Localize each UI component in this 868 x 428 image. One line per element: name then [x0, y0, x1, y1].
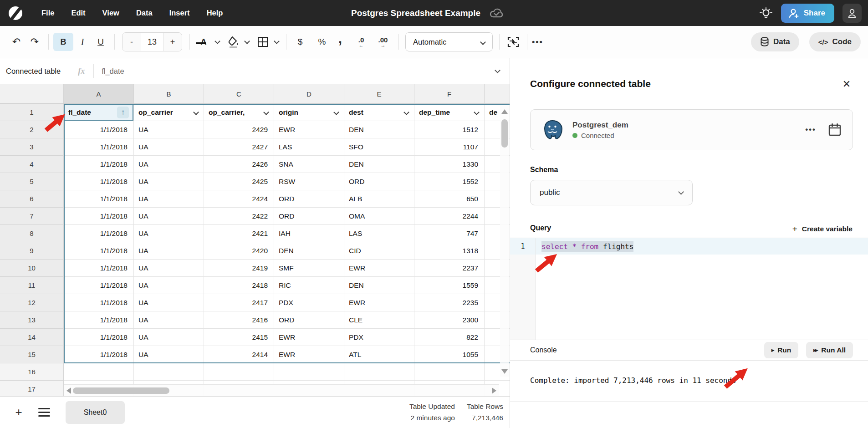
cell-f1-dep-time[interactable]: dep_time	[414, 104, 485, 121]
cell-dep-time[interactable]: 1107	[414, 138, 485, 156]
connection-more-button[interactable]: •••	[805, 125, 816, 134]
cell-op-carrier-fl-num[interactable]: 2424	[204, 190, 274, 208]
add-sheet-button[interactable]: +	[11, 405, 26, 419]
data-panel-button[interactable]: Data	[751, 32, 799, 51]
cell-c1-op-carrier-fl-num[interactable]: op_carrier,	[204, 104, 274, 121]
row-number[interactable]: 6	[0, 190, 64, 208]
schema-select[interactable]: public	[530, 180, 693, 205]
empty-cell[interactable]	[134, 363, 204, 381]
cell-op-carrier[interactable]: UA	[134, 138, 204, 156]
cell-fl-date[interactable]: 1/1/2018	[64, 156, 134, 173]
cell-op-carrier-fl-num[interactable]: 2420	[204, 242, 274, 260]
column-menu-chevron[interactable]	[403, 109, 409, 115]
cell-op-carrier-fl-num[interactable]: 2422	[204, 208, 274, 225]
cell-dep-time[interactable]: 1318	[414, 242, 485, 260]
column-menu-chevron[interactable]	[474, 109, 480, 115]
column-menu-chevron[interactable]	[263, 109, 269, 115]
cell-dep-time[interactable]: 1512	[414, 121, 485, 138]
row-number[interactable]: 8	[0, 225, 64, 242]
menu-item[interactable]: Insert	[169, 9, 190, 17]
app-logo-icon[interactable]	[9, 6, 22, 20]
cell-op-carrier-fl-num[interactable]: 2427	[204, 138, 274, 156]
cell-dep-time[interactable]: 2300	[414, 311, 485, 329]
cell-op-carrier-fl-num[interactable]: 2417	[204, 294, 274, 311]
empty-cell[interactable]	[344, 363, 414, 381]
empty-cell[interactable]	[414, 363, 485, 381]
run-all-button[interactable]: ▸▸ Run All	[806, 342, 853, 358]
cell-op-carrier[interactable]: UA	[134, 346, 204, 363]
row-number[interactable]: 14	[0, 329, 64, 346]
cell-origin[interactable]: SMF	[274, 260, 344, 277]
cell-dep-time[interactable]: 2244	[414, 208, 485, 225]
cell-fl-date[interactable]: 1/1/2018	[64, 225, 134, 242]
cell-b1-op-carrier[interactable]: op_carrier	[134, 104, 204, 121]
more-tools-button[interactable]: •••	[532, 37, 543, 47]
column-header[interactable]: D	[274, 84, 344, 103]
cell-origin[interactable]: ORD	[274, 190, 344, 208]
cell-dest[interactable]: ALB	[344, 190, 414, 208]
schedule-calendar-button[interactable]	[828, 123, 842, 137]
underline-button[interactable]: U	[92, 33, 110, 51]
row-number[interactable]: 12	[0, 294, 64, 311]
cell-dest[interactable]: EWR	[344, 260, 414, 277]
cell-dest[interactable]: CID	[344, 242, 414, 260]
share-button[interactable]: Share	[781, 4, 834, 23]
cell-dep-time[interactable]: 1559	[414, 277, 485, 294]
cell-fl-date[interactable]: 1/1/2018	[64, 277, 134, 294]
cell-op-carrier[interactable]: UA	[134, 329, 204, 346]
cell-op-carrier[interactable]: UA	[134, 208, 204, 225]
cell-e1-dest[interactable]: dest	[344, 104, 414, 121]
cell-fl-date[interactable]: 1/1/2018	[64, 208, 134, 225]
cell-fl-date[interactable]: 1/1/2018	[64, 190, 134, 208]
fill-color-chevron-icon[interactable]	[244, 38, 250, 44]
cell-dest[interactable]: DEN	[344, 156, 414, 173]
cell-origin[interactable]: EWR	[274, 329, 344, 346]
cell-dep-time[interactable]: 747	[414, 225, 485, 242]
cell-dest[interactable]: LAS	[344, 225, 414, 242]
menu-item[interactable]: View	[102, 9, 119, 17]
cell-dest[interactable]: OMA	[344, 208, 414, 225]
row-number[interactable]: 7	[0, 208, 64, 225]
cell-op-carrier[interactable]: UA	[134, 260, 204, 277]
cell-origin[interactable]: RSW	[274, 173, 344, 190]
cell-op-carrier[interactable]: UA	[134, 277, 204, 294]
cell-op-carrier[interactable]: UA	[134, 294, 204, 311]
cell-op-carrier-fl-num[interactable]: 2416	[204, 311, 274, 329]
cell-origin[interactable]: PDX	[274, 294, 344, 311]
cell-op-carrier-fl-num[interactable]: 2429	[204, 121, 274, 138]
column-menu-chevron[interactable]	[333, 109, 339, 115]
cell-dest[interactable]: SFO	[344, 138, 414, 156]
text-color-chevron-icon[interactable]	[214, 38, 220, 44]
cell-op-carrier-fl-num[interactable]: 2421	[204, 225, 274, 242]
cell-origin[interactable]: SNA	[274, 156, 344, 173]
currency-format-button[interactable]: $	[291, 33, 309, 51]
row-number[interactable]: 11	[0, 277, 64, 294]
cell-fl-date[interactable]: 1/1/2018	[64, 346, 134, 363]
number-format-select[interactable]: Automatic	[405, 32, 493, 51]
text-color-button[interactable]: A	[194, 33, 213, 51]
increase-decimals-button[interactable]: .00→	[374, 33, 392, 51]
create-variable-button[interactable]: + Create variable	[792, 224, 853, 234]
cell-origin[interactable]: EWR	[274, 121, 344, 138]
borders-button[interactable]	[254, 33, 272, 51]
cell-op-carrier-fl-num[interactable]: 2418	[204, 277, 274, 294]
italic-button[interactable]: I	[73, 33, 92, 51]
sql-query-line[interactable]: select * from flights	[536, 238, 868, 255]
menu-item[interactable]: Edit	[71, 9, 85, 17]
cell-op-carrier[interactable]: UA	[134, 173, 204, 190]
scroll-right-arrow[interactable]	[492, 387, 496, 394]
borders-chevron-icon[interactable]	[274, 38, 280, 44]
cell-dep-time[interactable]: 2237	[414, 260, 485, 277]
avatar[interactable]	[842, 4, 862, 23]
row-number[interactable]: 13	[0, 311, 64, 329]
cell-op-carrier-fl-num[interactable]: 2419	[204, 260, 274, 277]
column-header[interactable]: C	[204, 84, 274, 103]
cell-a1-fl-date[interactable]: fl_date ↑	[64, 104, 134, 121]
cell-fl-date[interactable]: 1/1/2018	[64, 294, 134, 311]
fill-color-button[interactable]	[224, 33, 242, 51]
cell-dep-time[interactable]: 1055	[414, 346, 485, 363]
sheet-tab[interactable]: Sheet0	[66, 401, 125, 424]
cell-fl-date[interactable]: 1/1/2018	[64, 138, 134, 156]
cell-dest[interactable]: DEN	[344, 121, 414, 138]
cell-dest[interactable]: ATL	[344, 346, 414, 363]
